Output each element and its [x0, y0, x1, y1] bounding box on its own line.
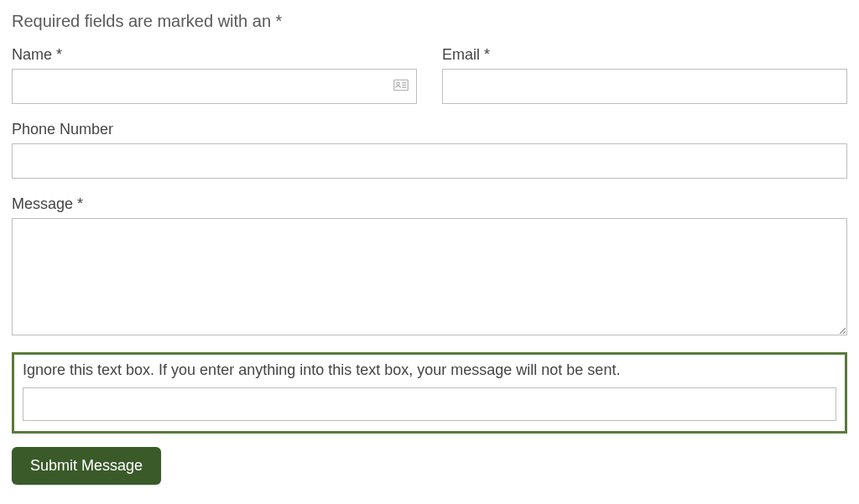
honeypot-instruction: Ignore this text box. If you enter anyth… — [23, 361, 836, 379]
name-field-group: Name * — [12, 46, 417, 104]
message-label: Message * — [12, 195, 847, 213]
phone-field-group: Phone Number — [12, 121, 847, 179]
email-field-group: Email * — [442, 46, 847, 104]
honeypot-input[interactable] — [23, 387, 836, 421]
email-input[interactable] — [442, 69, 847, 104]
honeypot-box: Ignore this text box. If you enter anyth… — [12, 352, 847, 434]
phone-label: Phone Number — [12, 121, 847, 138]
submit-button[interactable]: Submit Message — [12, 447, 161, 485]
message-textarea[interactable] — [12, 218, 847, 335]
email-label: Email * — [442, 46, 847, 64]
name-label: Name * — [12, 46, 417, 64]
name-input[interactable] — [12, 69, 417, 104]
phone-input[interactable] — [12, 143, 847, 179]
message-field-group: Message * — [12, 195, 847, 335]
required-fields-note: Required fields are marked with an * — [12, 12, 847, 31]
